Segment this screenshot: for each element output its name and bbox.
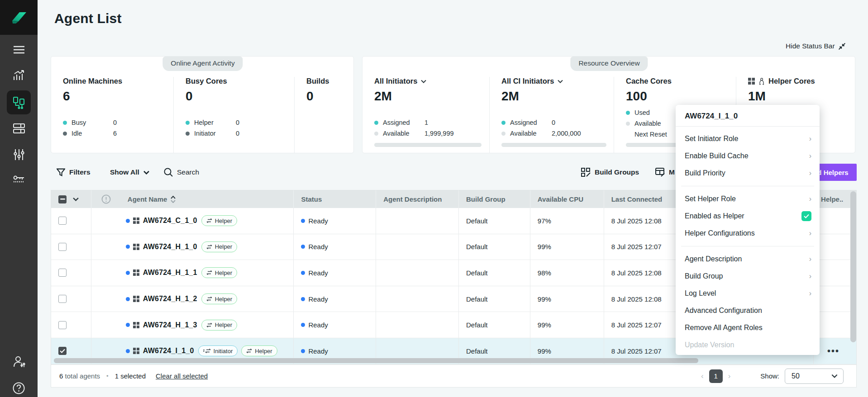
all-initiators-dropdown[interactable]: All Initiators (374, 77, 489, 85)
busy-cores-value: 0 (186, 89, 294, 104)
busy-dot (63, 121, 67, 125)
status-dot (301, 219, 305, 223)
menu-item-build-group[interactable]: Build Group› (676, 268, 820, 285)
status-text: Ready (308, 295, 328, 303)
row-checkbox[interactable] (58, 295, 67, 303)
available-dot (501, 132, 506, 136)
all-initiators-stat: All Initiators 2M Assigned 1 Available 1… (362, 77, 489, 153)
ci-initiators-dropdown[interactable]: All CI Initiators (501, 77, 614, 85)
menu-item-agent-description[interactable]: Agent Description› (676, 250, 820, 268)
helper-cores-value: 1M (748, 89, 855, 104)
hamburger-icon (13, 45, 25, 54)
clear-all-selected-link[interactable]: Clear all selected (156, 372, 208, 380)
filters-button[interactable]: Filters (57, 165, 91, 179)
swap-arrows-icon (206, 270, 212, 275)
helper-badge: Helper (201, 267, 237, 278)
app-logo[interactable] (0, 0, 38, 35)
page-size-select[interactable]: 50 (785, 369, 844, 384)
current-page-button[interactable]: 1 (709, 369, 723, 383)
windows-icon (133, 296, 139, 302)
online-machines-stat: Online Machines 6 Busy 0 Idle 6 (51, 77, 173, 153)
agent-context-menu: AW6724_I_1_0 Set Initiator Role› Enable … (676, 105, 820, 355)
chevron-down-icon (143, 170, 149, 175)
online-dot (126, 297, 130, 301)
selection-options-chevron[interactable] (73, 197, 79, 201)
sidebar-item-analytics[interactable] (0, 66, 38, 85)
sidebar-menu-toggle[interactable] (0, 41, 38, 59)
vertical-scrollbar[interactable] (850, 191, 856, 342)
menu-item-set-helper-role[interactable]: Set Helper Role› (676, 190, 820, 208)
manage-button-truncated[interactable]: M (655, 165, 675, 179)
search-button[interactable]: Search (164, 165, 199, 179)
agent-name: AW6724_H_1_1 (143, 269, 197, 277)
show-all-dropdown[interactable]: Show All (110, 165, 149, 179)
swap-arrows-icon (206, 297, 212, 301)
alert-column-icon (101, 194, 111, 204)
online-dot (126, 219, 130, 223)
select-all-checkbox[interactable] (58, 195, 67, 203)
column-header-agent-name[interactable]: Agent Name (120, 190, 294, 208)
user-settings-icon (13, 356, 25, 368)
row-checkbox[interactable] (58, 321, 67, 329)
prev-page-button[interactable]: ‹ (697, 372, 707, 381)
row-actions-kebab[interactable]: ••• (827, 346, 839, 356)
assigned-dot (374, 121, 378, 125)
busy-cores-stat: Busy Cores 0 Helper 0 Initiator 0 (173, 77, 294, 153)
horizontal-scrollbar[interactable] (54, 358, 698, 363)
row-checkbox-checked[interactable] (58, 347, 67, 355)
legend-assigned: Assigned 1 (374, 117, 489, 128)
busy-cores-label: Busy Cores (186, 77, 294, 85)
menu-item-helper-configurations[interactable]: Helper Configurations› (676, 225, 820, 242)
menu-item-remove-all-agent-roles[interactable]: Remove All Agent Roles (676, 319, 820, 336)
helper-cores-label-row: Helper Cores (748, 77, 855, 85)
swap-arrows-icon (246, 349, 252, 353)
menu-item-advanced-configuration[interactable]: Advanced Configuration (676, 302, 820, 319)
online-machines-value: 6 (63, 89, 173, 104)
menu-item-set-initiator-role[interactable]: Set Initiator Role› (676, 130, 820, 147)
cache-cores-value: 100 (626, 89, 736, 104)
helper-badge: Helper (201, 320, 237, 331)
grid-rows-icon (13, 123, 25, 133)
row-checkbox[interactable] (58, 243, 67, 251)
used-dot (626, 111, 630, 115)
status-dot (301, 323, 305, 327)
column-header-available-cpu: Available CPU (530, 190, 604, 208)
status-dot (301, 349, 305, 353)
sidebar-item-help[interactable] (0, 379, 38, 397)
next-page-button[interactable]: › (725, 372, 734, 381)
submenu-chevron-icon: › (809, 229, 811, 237)
chevron-down-icon (558, 80, 563, 83)
menu-item-enable-build-cache[interactable]: Enable Build Cache› (676, 147, 820, 165)
submenu-chevron-icon: › (809, 255, 811, 263)
selected-count-text: 1 selected (115, 372, 146, 380)
total-agents-text: 6 total agents (59, 372, 100, 380)
sidebar-item-licenses[interactable] (0, 170, 38, 189)
row-checkbox[interactable] (58, 217, 67, 225)
menu-item-enabled-as-helper[interactable]: Enabled as Helper (676, 208, 820, 225)
context-menu-title: AW6724_I_1_0 (676, 105, 820, 127)
sort-icon (171, 196, 176, 203)
check-mark (804, 214, 809, 218)
helper-badge: Helper (201, 293, 237, 304)
enabled-as-helper-checkbox[interactable] (801, 211, 811, 221)
sidebar-item-settings[interactable] (0, 146, 38, 164)
chevron-down-icon (421, 80, 426, 83)
menu-item-log-level[interactable]: Log Level› (676, 285, 820, 302)
status-text: Ready (308, 243, 328, 250)
swap-arrows-icon (206, 323, 212, 327)
legend-assigned: Assigned 0 (501, 117, 614, 128)
windows-icon (133, 322, 139, 328)
row-checkbox[interactable] (58, 269, 67, 277)
all-initiators-value: 2M (374, 89, 489, 104)
filter-funnel-icon (57, 168, 65, 177)
agent-name: AW6724_H_1_3 (143, 321, 197, 329)
sidebar-item-user-settings[interactable] (0, 353, 38, 371)
online-dot (126, 323, 130, 327)
check-mark (60, 349, 65, 353)
chevron-down-icon (831, 374, 838, 378)
hide-status-bar-button[interactable]: Hide Status Bar (786, 42, 846, 50)
sidebar-item-agents-active[interactable] (7, 90, 31, 114)
menu-item-build-priority[interactable]: Build Priority› (676, 165, 820, 182)
sidebar-item-boards[interactable] (0, 119, 38, 137)
build-groups-button[interactable]: Build Groups (581, 165, 639, 179)
